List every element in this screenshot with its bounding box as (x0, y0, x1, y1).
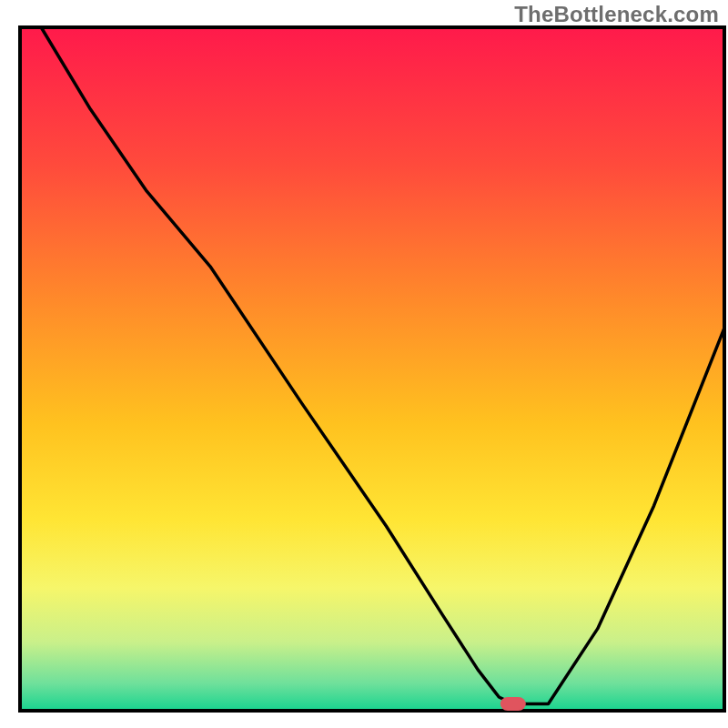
min-marker (500, 697, 526, 711)
chart-svg (0, 0, 728, 728)
plot-background (20, 27, 724, 711)
chart-stage: TheBottleneck.com (0, 0, 728, 728)
watermark-label: TheBottleneck.com (514, 2, 719, 27)
